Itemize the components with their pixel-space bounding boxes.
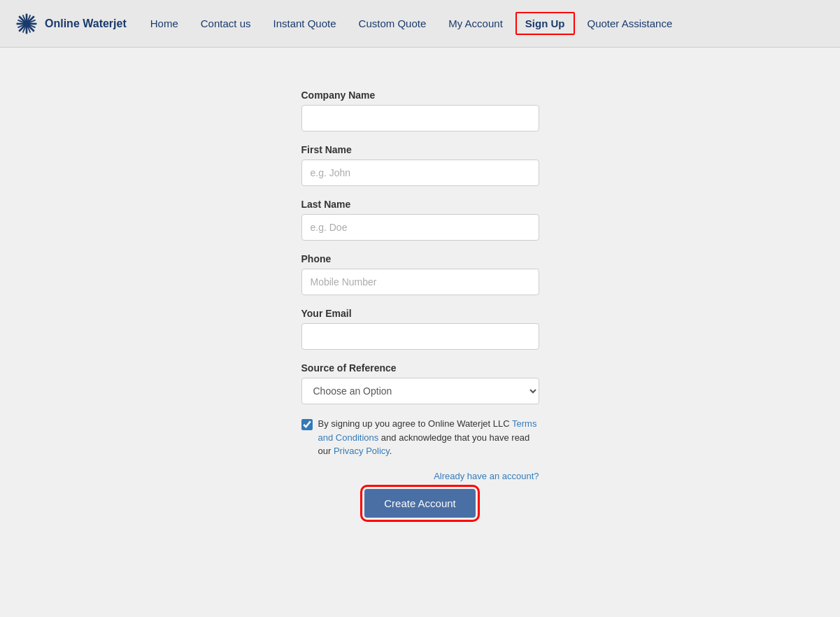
source-reference-label: Source of Reference	[301, 362, 539, 374]
first-name-group: First Name	[301, 144, 539, 186]
brand-name: Online Waterjet	[45, 17, 127, 30]
main-content: Company Name First Name Last Name Phone …	[0, 48, 840, 617]
phone-input[interactable]	[301, 269, 539, 295]
nav-list: Home Contact us Instant Quote Custom Quo…	[141, 12, 682, 35]
last-name-input[interactable]	[301, 214, 539, 241]
email-label: Your Email	[301, 308, 539, 319]
create-account-wrapper: Create Account	[301, 489, 539, 518]
first-name-label: First Name	[301, 144, 539, 155]
source-reference-select[interactable]: Choose an Option Google Social Media Wor…	[301, 378, 539, 404]
already-account-link[interactable]: Already have an account?	[434, 471, 539, 481]
terms-checkbox[interactable]	[301, 419, 313, 430]
terms-section: By signing up you agree to Online Waterj…	[301, 417, 539, 458]
brand-logo-icon	[14, 11, 39, 36]
signup-form-container: Company Name First Name Last Name Phone …	[301, 90, 539, 589]
terms-text: By signing up you agree to Online Waterj…	[318, 417, 539, 458]
phone-group: Phone	[301, 253, 539, 295]
nav-item-quoter-assistance[interactable]: Quoter Assistance	[578, 12, 683, 35]
terms-text-before: By signing up you agree to Online Waterj…	[318, 418, 513, 429]
nav-link-custom-quote[interactable]: Custom Quote	[349, 12, 436, 35]
email-group: Your Email	[301, 308, 539, 350]
privacy-link[interactable]: Privacy Policy	[334, 446, 390, 456]
nav-link-sign-up[interactable]: Sign Up	[515, 12, 575, 35]
nav-link-instant-quote[interactable]: Instant Quote	[264, 12, 346, 35]
nav-item-my-account[interactable]: My Account	[439, 12, 513, 35]
phone-label: Phone	[301, 253, 539, 264]
nav-link-quoter-assistance[interactable]: Quoter Assistance	[578, 12, 683, 35]
navbar: Online Waterjet Home Contact us Instant …	[0, 0, 840, 48]
nav-item-instant-quote[interactable]: Instant Quote	[264, 12, 346, 35]
nav-item-home[interactable]: Home	[141, 12, 188, 35]
nav-item-sign-up[interactable]: Sign Up	[515, 12, 575, 35]
already-account-section: Already have an account?	[301, 469, 539, 482]
nav-link-home[interactable]: Home	[141, 12, 188, 35]
terms-text-end: .	[390, 446, 392, 456]
nav-item-custom-quote[interactable]: Custom Quote	[349, 12, 436, 35]
last-name-group: Last Name	[301, 199, 539, 241]
create-account-button[interactable]: Create Account	[364, 489, 476, 518]
company-name-input[interactable]	[301, 105, 539, 132]
company-name-label: Company Name	[301, 90, 539, 101]
source-reference-group: Source of Reference Choose an Option Goo…	[301, 362, 539, 404]
first-name-input[interactable]	[301, 159, 539, 186]
navbar-brand[interactable]: Online Waterjet	[14, 11, 127, 36]
last-name-label: Last Name	[301, 199, 539, 210]
email-input[interactable]	[301, 323, 539, 350]
nav-link-my-account[interactable]: My Account	[439, 12, 513, 35]
nav-link-contact[interactable]: Contact us	[191, 12, 261, 35]
company-name-group: Company Name	[301, 90, 539, 132]
nav-item-contact[interactable]: Contact us	[191, 12, 261, 35]
